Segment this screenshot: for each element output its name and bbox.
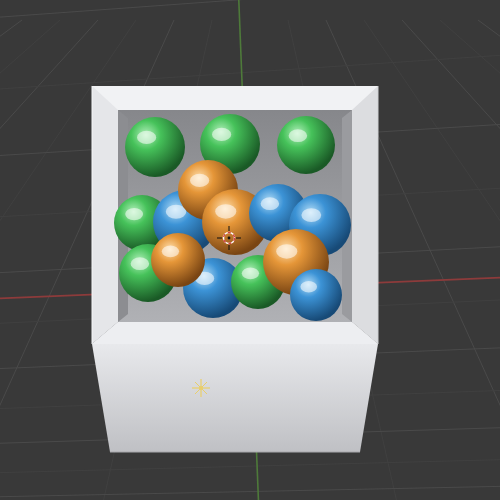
- box-rim-top: [92, 86, 378, 110]
- sphere-green[interactable]: [277, 116, 335, 174]
- sphere-highlight: [212, 128, 231, 141]
- sphere-highlight: [261, 197, 280, 210]
- sphere-orange[interactable]: [151, 233, 205, 287]
- sphere-highlight: [301, 208, 321, 222]
- sphere-highlight: [131, 257, 150, 270]
- sphere-highlight: [125, 208, 143, 220]
- box-front-face: [92, 344, 378, 452]
- sphere-green[interactable]: [125, 117, 185, 177]
- sphere-highlight: [276, 244, 297, 259]
- box-rim-left: [92, 86, 118, 344]
- sphere-highlight: [137, 131, 156, 144]
- sphere-highlight: [215, 204, 236, 219]
- sphere-highlight: [300, 281, 317, 292]
- sphere-highlight: [242, 267, 259, 279]
- sphere-highlight: [162, 245, 179, 257]
- sphere-blue[interactable]: [290, 269, 342, 321]
- sphere-group[interactable]: [114, 114, 351, 321]
- sphere-highlight: [289, 129, 308, 142]
- viewport-3d[interactable]: [0, 0, 500, 500]
- sphere-highlight: [190, 174, 209, 187]
- scene-objects[interactable]: [0, 0, 500, 500]
- box-rim-right: [352, 86, 378, 344]
- box-front-lip2: [92, 322, 378, 344]
